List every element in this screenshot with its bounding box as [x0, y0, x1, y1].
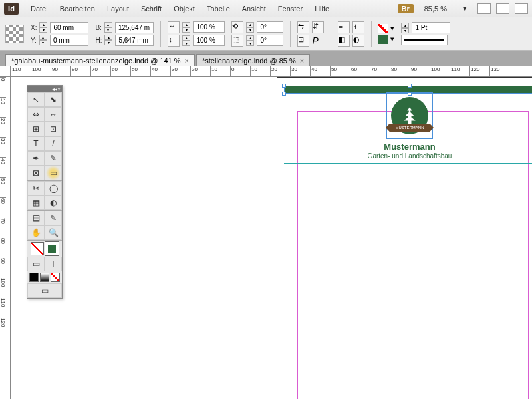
eyedropper-tool[interactable]: ✎ — [45, 211, 62, 225]
guide-line[interactable] — [284, 163, 532, 164]
x-input[interactable] — [50, 22, 88, 33]
ruler-origin[interactable] — [0, 66, 11, 77]
shear-input[interactable] — [257, 35, 283, 46]
stroke-swatch[interactable] — [378, 35, 388, 44]
rotate-icon: ⟲ — [231, 21, 243, 33]
screen-mode-icon[interactable] — [496, 3, 509, 14]
tab-doc-1[interactable]: *galabau-mustermann-stellenanzeige.indd … — [5, 54, 195, 66]
menu-datei[interactable]: Datei — [25, 3, 53, 15]
menu-layout[interactable]: Layout — [102, 3, 134, 15]
line-tool[interactable]: / — [45, 136, 62, 151]
tools-panel: ◂◂× ↖ ⬊ ⇔ ↔ ⊞ ⊡ T / ✒ ✎ ⊠ ▭ ✂ ◯ ▦ ◐ ▤ — [27, 85, 63, 299]
content-placer-tool[interactable]: ⊡ — [45, 122, 62, 136]
fill-swatch[interactable] — [378, 24, 388, 33]
gradient-swatch-tool[interactable]: ▦ — [27, 196, 45, 210]
tab-doc-2[interactable]: *stellenanzeige.indd @ 85 %× — [196, 54, 310, 66]
fill-color-swatch[interactable] — [31, 242, 44, 255]
stroke-style-select[interactable] — [401, 35, 448, 45]
scale-y-input[interactable] — [193, 35, 225, 46]
formatting-container-tool[interactable]: ▭ — [27, 257, 45, 271]
scale-x-icon: ↔ — [168, 21, 180, 33]
rectangle-tool[interactable]: ▭ — [45, 166, 62, 180]
align-icon[interactable]: ≡ — [338, 21, 350, 33]
scale-y-icon: ↕ — [168, 35, 180, 47]
document-tabs: *galabau-mustermann-stellenanzeige.indd … — [0, 51, 532, 66]
rectangle-frame-tool[interactable]: ⊠ — [27, 166, 45, 180]
transform-icon[interactable]: ⊡ — [297, 35, 309, 47]
gap-tool[interactable]: ↔ — [45, 107, 62, 122]
h-label: H: — [95, 37, 102, 44]
pencil-tool[interactable]: ✎ — [45, 151, 62, 166]
close-icon[interactable]: × — [300, 57, 304, 65]
menu-schrift[interactable]: Schrift — [136, 3, 167, 15]
pen-tool[interactable]: ✒ — [27, 151, 45, 166]
pathfinder-icon[interactable]: ◧ — [338, 35, 350, 47]
company-name: Mustermann — [277, 142, 532, 152]
menu-ansicht[interactable]: Ansicht — [237, 3, 271, 15]
direct-selection-tool[interactable]: ⬊ — [45, 92, 62, 107]
apply-gradient-icon[interactable] — [40, 273, 49, 282]
bridge-badge[interactable]: Br — [398, 4, 414, 13]
view-mode-tool[interactable]: ▭ — [27, 283, 62, 298]
canvas[interactable]: MUSTERMANN Mustermann Garten- und Landsc… — [11, 77, 532, 399]
distribute-icon[interactable]: ⫞ — [352, 21, 364, 33]
reference-point-icon[interactable] — [5, 25, 24, 43]
zoom-tool[interactable]: 🔍 — [45, 225, 62, 240]
tree-icon — [400, 106, 420, 126]
w-label: B: — [95, 24, 101, 31]
menu-hilfe[interactable]: Hilfe — [309, 3, 334, 15]
y-input[interactable] — [50, 35, 88, 46]
vertical-ruler[interactable]: 0102030405060708090100110120 — [0, 77, 11, 399]
logo-frame[interactable]: MUSTERMANN — [386, 92, 433, 139]
w-input[interactable] — [115, 22, 154, 33]
close-icon[interactable]: × — [57, 86, 61, 92]
menu-fenster[interactable]: Fenster — [273, 3, 308, 15]
logo-circle: MUSTERMANN — [391, 97, 428, 134]
logo-ribbon: MUSTERMANN — [386, 124, 434, 132]
flip-v-icon[interactable]: ⇵ — [312, 21, 324, 33]
apply-color-icon[interactable] — [29, 273, 39, 282]
workspace: 1101009080706050403020100102030405060708… — [0, 66, 532, 399]
resize-handle[interactable] — [408, 84, 412, 88]
page-tool[interactable]: ⇔ — [27, 107, 45, 122]
tab-label: *galabau-mustermann-stellenanzeige.indd … — [11, 57, 181, 65]
content-collector-tool[interactable]: ⊞ — [27, 122, 45, 136]
stroke-dropdown-icon[interactable]: ▾ — [390, 35, 394, 43]
x-label: X: — [31, 24, 37, 31]
company-subtitle: Garten- und Landschaftsbau — [277, 152, 532, 160]
menu-objekt[interactable]: Objekt — [168, 3, 200, 15]
note-tool[interactable]: ▤ — [27, 211, 45, 225]
apply-none-icon[interactable] — [51, 273, 60, 282]
zoom-dropdown-icon[interactable]: ▾ — [458, 2, 472, 15]
scissors-tool[interactable]: ✂ — [27, 181, 45, 196]
arrange-icon[interactable] — [515, 3, 528, 14]
selection-tool[interactable]: ↖ — [27, 92, 45, 107]
control-bar: X:▴▾ Y:▴▾ B:▴▾ H:▴▾ ↔▴▾ ↕▴▾ ⟲▴▾ ⬚▴▾ ⇋⇵ ⊡… — [0, 17, 532, 51]
y-label: Y: — [31, 37, 37, 44]
h-input[interactable] — [115, 35, 154, 46]
horizontal-ruler[interactable]: 1101009080706050403020100102030405060708… — [11, 66, 532, 77]
resize-handle[interactable] — [282, 84, 286, 88]
resize-handle[interactable] — [282, 92, 286, 96]
type-tool[interactable]: T — [27, 136, 45, 151]
stroke-weight-input[interactable] — [412, 22, 450, 33]
view-mode-icon[interactable] — [477, 3, 491, 14]
gradient-feather-tool[interactable]: ◐ — [45, 196, 62, 210]
formatting-text-tool[interactable]: T — [45, 257, 62, 271]
zoom-level[interactable]: 85,5 % — [419, 3, 452, 15]
menu-bearbeiten[interactable]: Bearbeiten — [55, 3, 100, 15]
document-page[interactable]: MUSTERMANN Mustermann Garten- und Landsc… — [277, 77, 532, 399]
collapse-icon[interactable]: ◂◂ — [52, 86, 57, 92]
effects-icon[interactable]: ◐ — [352, 35, 364, 47]
app-logo: Id — [4, 3, 19, 15]
panel-titlebar[interactable]: ◂◂× — [27, 86, 62, 92]
hand-tool[interactable]: ✋ — [27, 225, 45, 240]
menu-tabelle[interactable]: Tabelle — [201, 3, 235, 15]
stroke-color-swatch[interactable] — [45, 242, 59, 255]
free-transform-tool[interactable]: ◯ — [45, 181, 62, 196]
scale-x-input[interactable] — [193, 21, 225, 33]
rotate-input[interactable] — [257, 21, 283, 33]
close-icon[interactable]: × — [185, 57, 189, 65]
flip-h-icon[interactable]: ⇋ — [297, 21, 309, 33]
fill-dropdown-icon[interactable]: ▾ — [390, 24, 394, 33]
